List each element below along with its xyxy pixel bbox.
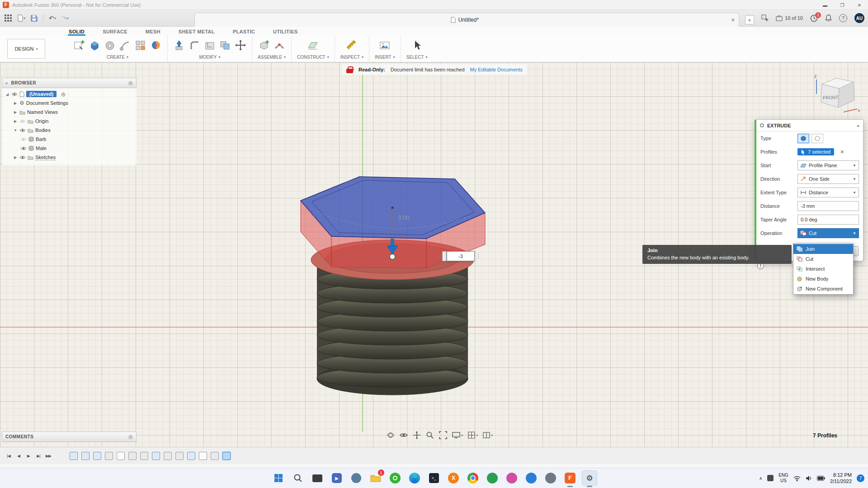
press-pull-button[interactable] <box>173 39 185 51</box>
tree-item-barb[interactable]: Barb <box>2 135 137 144</box>
timeline-feature-icon[interactable] <box>199 452 207 460</box>
create-group-dropdown[interactable]: CREATE▾ <box>107 54 128 61</box>
more-options-icon[interactable]: ⋮ <box>475 251 482 261</box>
expand-dialog-icon[interactable]: » <box>857 123 859 128</box>
timeline-go-to-start-button[interactable]: |◀ <box>4 451 14 460</box>
save-button[interactable] <box>31 15 38 22</box>
wifi-icon[interactable] <box>793 475 801 481</box>
create-sketch-button[interactable] <box>73 39 85 51</box>
close-button[interactable]: ✕ <box>851 0 868 10</box>
collapse-caret-icon[interactable]: ▼ <box>13 128 18 132</box>
timeline-feature-icon[interactable] <box>117 452 125 460</box>
timeline-feature-icon[interactable] <box>187 452 195 460</box>
drag-grip[interactable] <box>442 251 447 261</box>
file-menu-button[interactable]: ▾ <box>17 14 25 22</box>
measure-button[interactable] <box>346 39 358 51</box>
taskbar-app-whatsapp[interactable] <box>387 470 403 486</box>
panel-options-icon[interactable]: ◎ <box>128 434 133 440</box>
taskbar-app-blue-globe[interactable] <box>524 470 539 486</box>
combine-button[interactable] <box>219 39 231 51</box>
tree-item-male[interactable]: Male <box>2 144 137 153</box>
distance-value-input[interactable]: -3 <box>447 251 475 261</box>
menu-item-join[interactable]: Join <box>793 244 853 254</box>
menu-item-cut[interactable]: Cut <box>793 254 853 264</box>
timeline-feature-icon[interactable] <box>152 452 160 460</box>
insert-button[interactable] <box>379 39 391 51</box>
shell-button[interactable] <box>204 39 216 51</box>
start-select[interactable]: Profile Plane▼ <box>797 160 859 170</box>
tab-mesh[interactable]: MESH <box>145 29 161 36</box>
construct-plane-button[interactable] <box>307 39 319 51</box>
sweep-button[interactable] <box>119 39 131 51</box>
timeline-go-to-end-button[interactable]: ▶▶ <box>43 451 53 460</box>
expand-caret-icon[interactable]: ▶ <box>13 155 18 160</box>
fit-button[interactable] <box>438 430 448 441</box>
expand-caret-icon[interactable]: ▶ <box>13 110 18 114</box>
close-tab-icon[interactable]: ✕ <box>731 17 735 23</box>
timeline-feature-icon[interactable] <box>128 452 137 460</box>
timeline-step-forward-button[interactable]: ▶| <box>33 451 43 460</box>
orbit-button[interactable] <box>385 430 396 441</box>
taskbar-app-camera[interactable] <box>349 470 364 486</box>
joint-button[interactable] <box>274 39 285 51</box>
extrude-type-solid-toggle[interactable] <box>797 134 809 143</box>
move-button[interactable] <box>235 39 246 51</box>
help-button[interactable]: ? <box>839 14 847 22</box>
operation-select[interactable]: Cut▼ <box>797 228 859 238</box>
timeline-feature-icon[interactable] <box>175 452 184 460</box>
tree-item-document-settings[interactable]: ▶ ⚙ Document Settings <box>2 99 137 108</box>
menu-item-intersect[interactable]: Intersect <box>793 264 853 274</box>
pattern-button[interactable] <box>135 39 146 51</box>
browser-panel-header[interactable]: « BROWSER ◎ <box>2 78 137 88</box>
timeline-feature-icon[interactable] <box>164 452 172 460</box>
speaker-icon[interactable] <box>806 475 812 481</box>
alerts-button[interactable] <box>825 14 832 22</box>
maximize-button[interactable]: ❐ <box>834 0 851 10</box>
extrude-type-thin-toggle[interactable] <box>811 134 823 143</box>
inspect-group-dropdown[interactable]: INSPECT▾ <box>340 54 363 61</box>
eye-icon[interactable] <box>20 146 27 151</box>
taskbar-clock[interactable]: 8:12 PM 2/11/2022 <box>830 472 852 485</box>
workspace-selector[interactable]: DESIGN ▾ <box>7 39 45 59</box>
taskbar-app-settings[interactable]: ⚙ <box>582 470 597 486</box>
distance-field[interactable] <box>797 201 859 211</box>
comments-panel-header[interactable]: COMMENTS ◎ <box>2 432 137 442</box>
select-button[interactable] <box>411 39 423 51</box>
minimize-button[interactable]: ▬ <box>816 0 834 10</box>
job-status-button[interactable]: 10 of 10 <box>776 15 803 21</box>
tree-item-named-views[interactable]: ▶ Named Views <box>2 108 137 117</box>
taskbar-search-button[interactable] <box>290 470 306 486</box>
eye-off-icon[interactable] <box>20 137 27 142</box>
expand-caret-icon[interactable]: ▶ <box>13 119 18 123</box>
revolve-button[interactable] <box>104 39 116 51</box>
app-grid-icon[interactable] <box>5 14 12 22</box>
direction-select[interactable]: One Side▼ <box>797 174 859 184</box>
zoom-button[interactable] <box>425 430 435 441</box>
taskbar-app-desktops[interactable] <box>310 470 325 486</box>
tray-overflow-chevron[interactable]: ∧ <box>759 476 762 481</box>
taper-angle-field[interactable] <box>797 215 859 225</box>
extensions-button[interactable] <box>761 14 769 22</box>
expand-caret-icon[interactable]: ▶ <box>13 101 18 105</box>
tab-solid[interactable]: SOLID <box>68 29 85 36</box>
tree-item-sketches[interactable]: ▶ Sketches <box>2 153 137 162</box>
timeline-feature-icon-active[interactable] <box>222 452 231 460</box>
new-tab-button[interactable]: + <box>745 15 754 24</box>
timeline-feature-icon[interactable] <box>81 452 90 460</box>
tree-item-bodies[interactable]: ▼ Bodies <box>2 126 137 135</box>
timeline-play-button[interactable]: ▶ <box>24 451 33 460</box>
eye-icon[interactable] <box>19 128 26 133</box>
notification-count-badge[interactable]: 7 <box>857 474 864 482</box>
tab-utilities[interactable]: UTILITIES <box>272 29 299 36</box>
insert-group-dropdown[interactable]: INSERT▾ <box>375 54 395 61</box>
extrude-dialog-header[interactable]: EXTRUDE » <box>756 120 863 131</box>
menu-item-new-body[interactable]: New Body <box>793 274 853 284</box>
language-switcher[interactable]: ENG US <box>778 473 788 483</box>
editable-documents-link[interactable]: My Editable Documents <box>470 67 523 72</box>
taskbar-app-terminal[interactable]: >_ <box>426 470 442 486</box>
redo-button[interactable]: ↷▾ <box>61 14 69 22</box>
tab-surface[interactable]: SURFACE <box>102 29 128 36</box>
timeline-feature-icon[interactable] <box>93 452 101 460</box>
tree-item-root[interactable]: ◢ (Unsaved) ◎ <box>2 89 137 99</box>
fillet-button[interactable] <box>189 39 200 51</box>
